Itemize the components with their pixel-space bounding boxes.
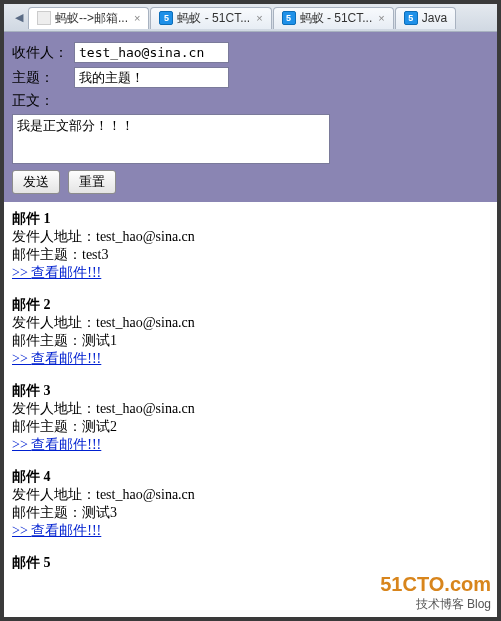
tab-java[interactable]: 5 Java bbox=[395, 7, 456, 29]
tab-label: Java bbox=[422, 11, 447, 25]
view-mail-link[interactable]: >> 查看邮件!!! bbox=[12, 351, 101, 366]
tab-scroll-left[interactable]: ◀ bbox=[10, 9, 28, 27]
browser-tabstrip: ◀ 蚂蚁-->邮箱... × 5 蚂蚁 - 51CT... × 5 蚂蚁 - 5… bbox=[4, 4, 497, 32]
compose-form: 收件人： 主题： 正文： 我是正文部分！！！ bbox=[4, 32, 497, 202]
body-label: 正文： bbox=[12, 92, 74, 110]
mail-item: 邮件 5 bbox=[12, 554, 489, 572]
mail-item: 邮件 4 发件人地址：test_hao@sina.cn 邮件主题：测试3 >> … bbox=[12, 468, 489, 540]
subject-label: 主题： bbox=[12, 69, 74, 87]
mail-item: 邮件 1 发件人地址：test_hao@sina.cn 邮件主题：test3 >… bbox=[12, 210, 489, 282]
tab-mailbox[interactable]: 蚂蚁-->邮箱... × bbox=[28, 7, 149, 29]
view-mail-link[interactable]: >> 查看邮件!!! bbox=[12, 265, 101, 280]
watermark-sub: 技术博客 Blog bbox=[380, 596, 491, 613]
mail-list: 邮件 1 发件人地址：test_hao@sina.cn 邮件主题：test3 >… bbox=[4, 202, 497, 598]
send-button[interactable] bbox=[12, 170, 60, 194]
view-mail-link[interactable]: >> 查看邮件!!! bbox=[12, 437, 101, 452]
tab-label: 蚂蚁 - 51CT... bbox=[300, 10, 373, 27]
page-icon bbox=[37, 11, 51, 25]
tab-label: 蚂蚁 - 51CT... bbox=[177, 10, 250, 27]
view-mail-link[interactable]: >> 查看邮件!!! bbox=[12, 523, 101, 538]
reset-button[interactable] bbox=[68, 170, 116, 194]
recipient-input[interactable] bbox=[74, 42, 229, 63]
subject-input[interactable] bbox=[74, 67, 229, 88]
close-icon[interactable]: × bbox=[134, 12, 140, 24]
tab-label: 蚂蚁-->邮箱... bbox=[55, 10, 128, 27]
mail-item: 邮件 3 发件人地址：test_hao@sina.cn 邮件主题：测试2 >> … bbox=[12, 382, 489, 454]
cto-icon: 5 bbox=[404, 11, 418, 25]
tab-51cto-1[interactable]: 5 蚂蚁 - 51CT... × bbox=[150, 7, 271, 29]
recipient-label: 收件人： bbox=[12, 44, 74, 62]
tab-51cto-2[interactable]: 5 蚂蚁 - 51CT... × bbox=[273, 7, 394, 29]
close-icon[interactable]: × bbox=[378, 12, 384, 24]
mail-item: 邮件 2 发件人地址：test_hao@sina.cn 邮件主题：测试1 >> … bbox=[12, 296, 489, 368]
close-icon[interactable]: × bbox=[256, 12, 262, 24]
body-textarea[interactable]: 我是正文部分！！！ bbox=[12, 114, 330, 164]
cto-icon: 5 bbox=[159, 11, 173, 25]
cto-icon: 5 bbox=[282, 11, 296, 25]
